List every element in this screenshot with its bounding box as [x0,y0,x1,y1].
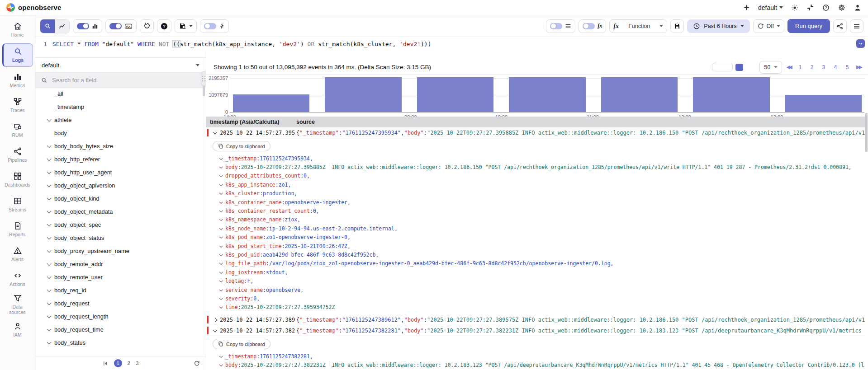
wrap-lines-switch[interactable] [550,23,562,29]
field-row[interactable]: body_request_length [35,310,206,323]
field-row[interactable]: body_http_referer [35,153,206,166]
nav-item-alerts[interactable]: Alerts [3,243,32,266]
query-help-button[interactable]: ? [157,19,171,33]
field-row[interactable]: body_body_bytes_size [35,140,206,153]
log-detail-line[interactable]: _timestamp:1761125247382281, [206,352,865,361]
refresh-fields-icon[interactable] [194,360,200,366]
fields-page-3[interactable]: 3 [136,361,138,366]
field-row[interactable]: body_remote_user [35,271,206,284]
chart-mode-button[interactable] [55,19,69,33]
nav-item-home[interactable]: Home [3,19,32,41]
log-detail-line[interactable]: k8s_container_restart_count:0, [206,206,865,215]
previous-pages-icon[interactable]: ◀◀ [785,64,792,70]
page-button[interactable]: 3 [819,62,829,73]
field-row[interactable]: body_proxy_upstream_name [35,244,206,258]
field-row[interactable]: body_object_spec [35,218,206,231]
nav-item-actions[interactable]: Actions [3,268,32,290]
fields-page-1[interactable]: 1 [114,359,122,367]
log-detail-line[interactable]: k8s_pod_uid:aeab429d-bfec-486f-9c63-8d8c… [206,250,865,259]
field-row[interactable]: body_request_time [35,323,206,336]
field-row[interactable]: body_http_user_agent [35,166,206,179]
quick-mode-switch[interactable] [204,23,216,29]
nav-item-logs[interactable]: Logs [2,43,33,67]
log-row[interactable]: 2025-10-22 14:57:27.395 {"_timestamp":"1… [206,127,865,138]
field-row[interactable]: body_object_metadata [35,205,206,218]
sparkle-ai-icon[interactable] [743,4,750,11]
field-row[interactable]: body_object_status [35,231,206,244]
field-row[interactable]: body_request [35,297,206,310]
user-profile-icon[interactable] [854,4,862,12]
help-icon[interactable]: ? [822,4,830,12]
page-button[interactable]: 5 [842,62,852,73]
query-text[interactable]: SELECT * FROM "default" WHERE NOT ((str_… [52,41,432,47]
histogram-color-swatch[interactable] [735,64,743,71]
slack-icon[interactable] [806,4,814,11]
saved-searches-button[interactable] [175,19,197,33]
histogram-settings-button[interactable] [712,63,733,71]
nav-item-dashboards[interactable]: Dashboards [3,169,32,191]
log-detail-line[interactable]: log_file_path:/var/log/pods/ziox_zo1-ope… [206,259,865,268]
org-selector[interactable]: default [758,4,783,11]
log-detail-line[interactable]: k8s_pod_name:zo1-openobserve-ingester-0, [206,233,865,242]
log-detail-line[interactable]: body:2025-10-22T09:27:27.395885Z INFO ac… [206,163,865,171]
chevron-down-icon[interactable] [212,131,220,135]
log-detail-line[interactable]: time:2025-10-22T09:27:27.395934752Z [206,303,865,312]
log-detail-line[interactable]: dropped_attributes_count:0, [206,172,865,180]
run-query-button[interactable]: Run query [787,19,830,33]
nav-item-rum[interactable]: RUM [3,119,32,141]
copy-to-clipboard-button[interactable]: Copy to clipboard [213,141,270,151]
quick-mode-toggle[interactable] [200,19,229,33]
histogram-toggle-switch[interactable] [77,23,89,29]
field-row[interactable]: body [35,126,206,140]
field-row[interactable]: body_object_kind [35,192,206,205]
fields-page-2[interactable]: 2 [128,361,130,366]
first-page-icon[interactable] [103,361,109,366]
log-detail-line[interactable]: k8s_cluster:production, [206,189,865,198]
field-row[interactable]: body_object_apiversion [35,179,206,192]
reset-filters-button[interactable] [140,19,154,33]
next-pages-icon[interactable]: ▶▶ [855,64,863,70]
ai-assistant-button[interactable] [856,39,865,48]
more-menu-button[interactable] [850,19,863,33]
field-row[interactable]: athlete [35,113,206,126]
wrap-lines-toggle[interactable] [546,19,575,33]
stream-selector[interactable]: default [35,57,206,73]
log-detail-line[interactable]: k8s_pod_start_time:2025-10-21T00:26:47Z, [206,242,865,250]
log-detail-line[interactable]: logtag:F, [206,276,865,285]
chevron-down-icon[interactable] [212,328,220,333]
auto-refresh-selector[interactable]: Off [753,19,784,33]
query-editor[interactable]: 1 SELECT * FROM "default" WHERE NOT ((st… [35,37,868,52]
log-detail-line[interactable]: k8s_namespace_name:ziox, [206,215,865,224]
field-row[interactable]: body_status [35,336,206,349]
save-function-button[interactable] [670,19,684,33]
log-row[interactable]: 2025-10-22 14:57:27.382 {"_timestamp":"1… [206,325,865,336]
field-row[interactable]: body_remote_addr [35,258,206,271]
time-range-selector[interactable]: Past 6 Hours [687,19,749,33]
search-mode-button[interactable] [40,19,55,33]
nav-item-pipelines[interactable]: Pipelines [3,144,32,166]
page-button[interactable]: 1 [795,62,805,73]
nav-item-iam[interactable]: IAM [3,318,32,341]
log-detail-line[interactable]: k8s_app_instance:zo1, [206,180,865,189]
field-row[interactable]: _timestamp [35,100,206,113]
log-detail-line[interactable]: severity:0, [206,294,865,303]
settings-gear-icon[interactable] [838,4,846,12]
sql-mode-switch[interactable] [109,23,122,29]
field-row[interactable]: body_req_id [35,284,206,297]
function-toggle[interactable]: fx [579,19,606,33]
log-row[interactable]: 2025-10-22 14:57:27.389 {"_timestamp":"1… [206,314,865,325]
log-detail-line[interactable]: service_name:openobserve, [206,286,865,294]
field-search[interactable] [35,73,206,88]
chevron-right-icon[interactable] [212,318,220,322]
sql-mode-toggle[interactable]: SQL [105,19,137,33]
histogram-toggle[interactable] [73,19,102,33]
nav-item-metrics[interactable]: Metrics [3,69,32,92]
function-switch[interactable] [583,23,595,29]
nav-item-data-sources[interactable]: Data sources [3,293,32,316]
field-search-input[interactable] [51,76,189,84]
function-selector[interactable]: fx Function [609,19,667,33]
log-detail-line[interactable]: k8s_container_name:openobserve-ingester, [206,198,865,206]
nav-item-traces[interactable]: Traces [3,94,32,117]
results-scrollbar-thumb[interactable] [865,113,868,152]
nav-item-streams[interactable]: Streams [3,193,32,216]
